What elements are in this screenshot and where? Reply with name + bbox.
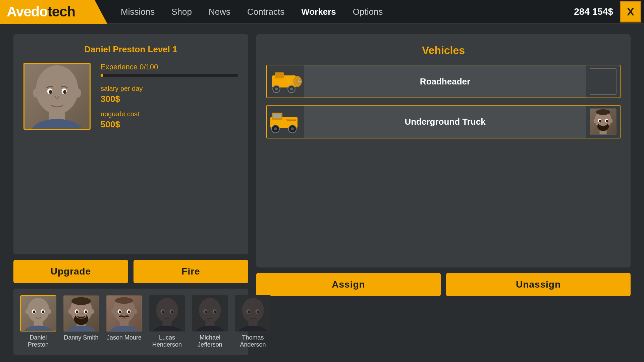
svg-rect-75 — [273, 114, 281, 118]
right-panel: Vehicles — [256, 34, 631, 355]
svg-point-16 — [25, 309, 29, 314]
worker-action-buttons: Upgrade Fire — [13, 260, 248, 283]
svg-point-42 — [153, 325, 181, 330]
vehicle-row-roadheader[interactable]: Roadheader — [266, 65, 621, 98]
svg-point-5 — [49, 90, 52, 94]
svg-point-49 — [196, 325, 224, 330]
worker-info: Experience 0/100 salary per day 300$ upg… — [23, 63, 238, 136]
svg-point-17 — [47, 309, 51, 314]
unassign-button[interactable]: Unassign — [446, 273, 631, 296]
worker-thumb-face-michael — [193, 296, 227, 331]
vehicle-worker-roadheader — [586, 65, 620, 98]
worker-list: Daniel Preston — [13, 289, 248, 355]
left-panel: Daniel Preston Level 1 — [13, 34, 248, 355]
experience-bar — [101, 74, 238, 77]
worker-thumb-jason[interactable]: Jason Moure — [106, 295, 142, 342]
fire-button[interactable]: Fire — [133, 260, 248, 283]
nav-links: Missions Shop News Contracts Workers Opt… — [121, 7, 574, 17]
experience-fill — [101, 74, 103, 77]
vehicle-name-roadheader: Roadheader — [304, 76, 586, 87]
vehicle-action-buttons: Assign Unassign — [256, 273, 631, 296]
worker-thumb-lucas[interactable]: LucasHenderson — [149, 295, 185, 349]
svg-point-46 — [171, 310, 173, 313]
svg-point-79 — [291, 127, 294, 130]
svg-point-87 — [599, 120, 601, 122]
main-content: Daniel Preston Level 1 — [0, 24, 644, 362]
salary-label: salary per day — [101, 85, 238, 93]
svg-point-23 — [76, 310, 78, 313]
worker-thumb-danny[interactable]: Danny Smith — [63, 295, 99, 342]
svg-point-90 — [599, 122, 607, 126]
svg-point-15 — [42, 310, 44, 313]
vehicle-thumb-roadheader — [267, 65, 304, 98]
worker-thumb-face-danny — [64, 296, 99, 331]
vehicle-worker-truck — [586, 106, 620, 138]
svg-rect-62 — [275, 72, 284, 78]
upgrade-cost-value: 500$ — [101, 119, 238, 130]
nav-options[interactable]: Options — [353, 7, 383, 17]
svg-point-28 — [90, 309, 94, 314]
svg-point-35 — [119, 310, 121, 313]
svg-point-91 — [594, 119, 597, 123]
svg-point-9 — [27, 298, 49, 322]
svg-point-29 — [71, 297, 91, 305]
svg-point-24 — [85, 310, 87, 313]
svg-point-53 — [214, 310, 216, 313]
vehicles-title: Vehicles — [266, 44, 621, 57]
logo-main: Avedo — [7, 4, 48, 19]
worker-face-svg — [24, 64, 90, 129]
worker-name-danny: Danny Smith — [64, 334, 98, 342]
assign-button[interactable]: Assign — [256, 273, 441, 296]
svg-point-78 — [274, 127, 277, 130]
svg-point-37 — [111, 309, 115, 314]
vehicle-row-truck[interactable]: Underground Truck — [266, 105, 621, 138]
worker-name-michael: MichaelJefferson — [198, 334, 222, 349]
svg-point-38 — [133, 309, 137, 314]
svg-point-60 — [257, 310, 259, 313]
nav-news[interactable]: News — [209, 7, 230, 17]
svg-point-39 — [115, 297, 133, 304]
worker-name-level: Daniel Preston Level 1 — [23, 44, 238, 55]
nav-shop[interactable]: Shop — [171, 7, 192, 17]
roadheader-icon — [269, 66, 302, 97]
worker-name-jason: Jason Moure — [107, 334, 142, 342]
svg-point-7 — [33, 88, 39, 98]
vehicle-thumb-truck — [267, 106, 304, 138]
bottom-spacer — [256, 302, 631, 355]
svg-point-8 — [74, 88, 81, 98]
logo-area: Avedotech — [0, 0, 107, 24]
svg-point-2 — [31, 119, 83, 129]
upgrade-button[interactable]: Upgrade — [13, 260, 128, 283]
nav-workers[interactable]: Workers — [301, 7, 336, 17]
worker-name-daniel: Daniel Preston — [20, 334, 56, 349]
truck-icon — [269, 107, 302, 137]
worker-name-lucas: LucasHenderson — [152, 334, 182, 349]
worker-thumb-portrait-jason — [106, 295, 142, 331]
worker-thumb-michael[interactable]: MichaelJefferson — [192, 295, 228, 349]
experience-label: Experience 0/100 — [101, 63, 238, 71]
worker-portrait — [23, 63, 91, 130]
svg-point-27 — [68, 309, 72, 314]
worker-thumb-portrait-michael — [192, 295, 228, 331]
svg-point-56 — [239, 325, 267, 330]
nav-missions[interactable]: Missions — [121, 7, 155, 17]
vehicle-worker-face-svg — [590, 109, 616, 134]
logo: Avedotech — [7, 4, 75, 20]
vehicle-worker-portrait-danny — [590, 108, 616, 135]
svg-point-32 — [110, 325, 139, 330]
balance-display: 284 154$ — [574, 6, 613, 17]
svg-point-11 — [24, 325, 53, 330]
svg-point-36 — [128, 310, 130, 313]
svg-point-52 — [205, 310, 207, 313]
worker-thumb-daniel[interactable]: Daniel Preston — [20, 295, 56, 349]
worker-thumb-portrait-lucas — [149, 295, 185, 331]
worker-detail-card: Daniel Preston Level 1 — [13, 34, 248, 254]
worker-thumb-face-thomas — [235, 296, 270, 331]
logo-accent: tech — [48, 4, 75, 19]
nav-contracts[interactable]: Contracts — [247, 7, 284, 17]
svg-point-65 — [275, 87, 278, 90]
worker-thumb-portrait-thomas — [235, 295, 271, 331]
worker-thumb-face-daniel — [21, 296, 56, 331]
close-button[interactable]: X — [620, 1, 641, 22]
worker-thumb-face-lucas — [150, 296, 184, 331]
